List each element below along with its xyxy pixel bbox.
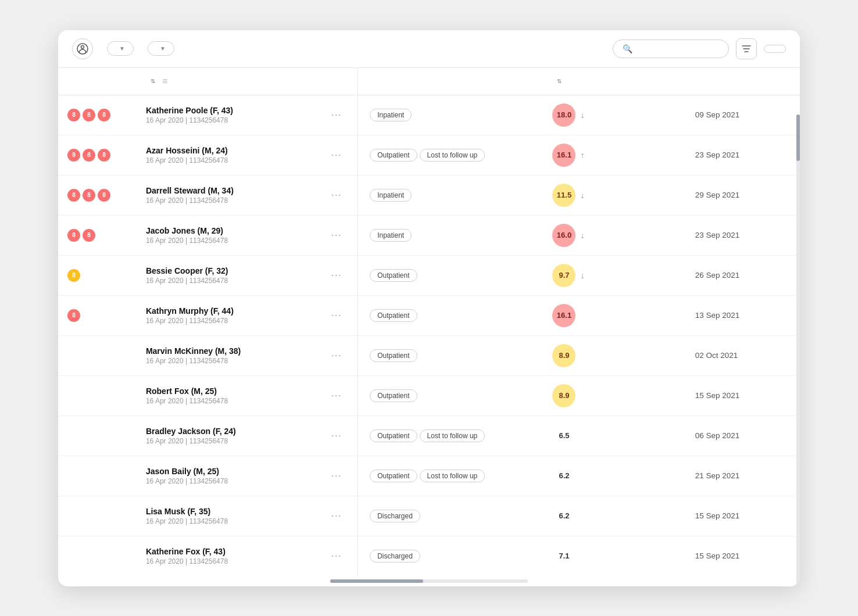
red-flag-dot: 8 [67,229,80,242]
patients-dropdown[interactable]: ▼ [107,41,134,56]
patients-table: ⇅ ≡ ⇅ [58,68,800,576]
glucose-value: 8.9 [552,384,575,407]
patient-meta: 16 Apr 2020 | 1134256478 [146,517,313,525]
glucose-sort-icon: ⇅ [557,78,562,84]
row-menu-button[interactable]: ··· [331,109,342,120]
patient-name[interactable]: Kathryn Murphy (F, 44) [146,306,313,316]
labels-cell: Inpatient [358,175,544,215]
row-menu-button[interactable]: ··· [331,550,342,561]
patient-meta: 16 Apr 2020 | 1134256478 [146,357,313,365]
patient-meta: 16 Apr 2020 | 1134256478 [146,156,313,164]
row-menu-button[interactable]: ··· [331,269,342,281]
glucose-value: 16.1 [552,304,575,327]
row-menu-cell: ··· [322,416,358,456]
red-flag-dot: 8 [67,309,80,322]
row-menu-button[interactable]: ··· [331,389,342,401]
labels-cell: Outpatient [358,255,544,295]
patient-meta: 16 Apr 2020 | 1134256478 [146,437,313,445]
glucose-cell: 16.1↑ [543,135,685,175]
name-cell: Bradley Jackson (F, 24) 16 Apr 2020 | 11… [137,416,322,456]
red-flag-dot: 8 [83,149,95,162]
flags-cell: 8 [58,295,137,335]
table-row: Katherine Fox (F, 43) 16 Apr 2020 | 1134… [58,536,800,576]
label-badge: Outpatient [370,269,417,282]
flags-cell [58,456,137,496]
table-row: 888 Katherine Poole (F, 43) 16 Apr 2020 … [58,95,800,135]
patient-name[interactable]: Lisa Musk (F, 35) [146,507,313,516]
red-flag-dot: 8 [83,109,95,121]
table-row: 888 Darrell Steward (M, 34) 16 Apr 2020 … [58,175,800,215]
glucose-value: 6.5 [552,424,575,447]
patient-name[interactable]: Jacob Jones (M, 29) [146,226,313,235]
updated-cell: 09 Sep 2021 [686,95,800,135]
patient-name[interactable]: Azar Hosseini (M, 24) [146,146,313,155]
glucose-value: 8.9 [552,344,575,367]
row-menu-button[interactable]: ··· [331,510,342,521]
patient-name[interactable]: Katherine Fox (F, 43) [146,547,313,556]
patient-name[interactable]: Bradley Jackson (F, 24) [146,427,313,436]
user-menu[interactable] [764,45,786,53]
flags-column-header [58,68,137,95]
trend-arrow: ↓ [580,110,584,120]
table-row: 8 Bessie Cooper (F, 32) 16 Apr 2020 | 11… [58,255,800,295]
table-container: ⇅ ≡ ⇅ [58,68,800,576]
name-cell: Jason Baily (M, 25) 16 Apr 2020 | 113425… [137,456,322,496]
name-column-header[interactable]: ⇅ ≡ [137,68,322,95]
vertical-scrollbar[interactable] [796,114,800,586]
patient-meta: 16 Apr 2020 | 1134256478 [146,196,313,205]
row-menu-cell: ··· [322,255,358,295]
glucose-cell: 7.1 [543,536,685,576]
row-menu-button[interactable]: ··· [331,189,342,200]
glucose-value: 16.1 [552,144,575,167]
search-box[interactable]: 🔍 [613,40,729,58]
row-menu-cell: ··· [322,536,358,576]
row-menu-cell: ··· [322,496,358,536]
glucose-value: 6.2 [552,504,575,528]
patient-name[interactable]: Bessie Cooper (F, 32) [146,266,313,275]
filter-button[interactable] [736,38,757,59]
label-badge: Inpatient [370,189,412,202]
row-menu-button[interactable]: ··· [331,149,342,160]
priority-dropdown[interactable]: ▼ [148,41,174,56]
logo-icon[interactable] [72,38,93,59]
patient-name[interactable]: Jason Baily (M, 25) [146,467,313,476]
horizontal-scrollbar[interactable] [58,576,800,586]
updated-cell: 02 Oct 2021 [686,335,800,375]
labels-cell: Inpatient [358,95,544,135]
row-menu-button[interactable]: ··· [331,349,342,361]
red-flag-dot: 8 [83,229,95,242]
patient-name[interactable]: Katherine Poole (F, 43) [146,106,313,115]
row-menu-cell: ··· [322,335,358,375]
row-menu-button[interactable]: ··· [331,309,342,321]
row-menu-cell: ··· [322,135,358,175]
glucose-value: 7.1 [552,545,575,568]
label-badge: Inpatient [370,229,412,242]
row-menu-button[interactable]: ··· [331,229,342,241]
patient-name[interactable]: Robert Fox (M, 25) [146,386,313,396]
row-menu-cell: ··· [322,295,358,335]
label-badge: Outpatient [370,470,417,482]
row-menu-button[interactable]: ··· [331,470,342,481]
name-cell: Katherine Poole (F, 43) 16 Apr 2020 | 11… [137,95,322,135]
patient-meta: 16 Apr 2020 | 1134256478 [146,237,313,245]
glucose-column-header[interactable]: ⇅ [543,68,685,95]
patient-meta: 16 Apr 2020 | 1134256478 [146,317,313,325]
updated-cell: 13 Sep 2021 [686,295,800,335]
glucose-value: 16.0 [552,224,575,247]
updated-cell: 15 Sep 2021 [686,536,800,576]
glucose-value: 11.5 [552,184,575,207]
red-flag-dot: 8 [67,109,80,121]
glucose-cell: 9.7↓ [543,255,685,295]
column-menu-icon[interactable]: ≡ [162,76,167,87]
labels-column-header [358,68,544,95]
chevron-down-icon: ▼ [119,45,125,52]
red-flag-dot: 8 [67,149,80,162]
label-badge: Discharged [370,550,420,563]
row-menu-button[interactable]: ··· [331,429,342,441]
header: ▼ ▼ 🔍 [58,30,800,68]
patient-name[interactable]: Marvin McKinney (M, 38) [146,346,313,356]
labels-cell: Discharged [358,536,544,576]
red-flag-dot: 8 [98,149,110,162]
label-badge: Inpatient [370,109,412,121]
patient-name[interactable]: Darrell Steward (M, 34) [146,186,313,195]
